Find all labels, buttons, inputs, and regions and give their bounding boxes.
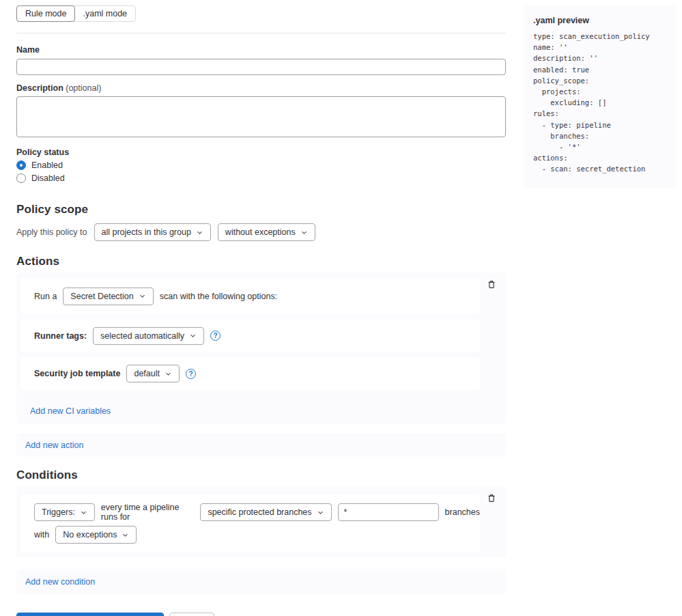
radio-enabled-circle[interactable] [16,160,26,170]
runner-tags-row: Runner tags: selected automatically ? [20,320,480,352]
chevron-down-icon [139,292,146,300]
description-label: Description (optional) [16,83,506,93]
radio-enabled[interactable]: Enabled [16,160,506,170]
add-condition-bar: Add new condition [16,569,506,594]
radio-disabled-label: Disabled [31,173,65,183]
with-text: with [34,530,49,540]
policy-editor: Rule mode .yaml mode Name Description (o… [16,0,506,616]
description-label-text: Description [16,83,63,93]
run-a-text: Run a [34,292,57,301]
policy-scope-row: Apply this policy to all projects in thi… [16,223,506,241]
job-template-dropdown[interactable]: default [126,365,180,382]
projects-scope-dropdown-value: all projects in this group [102,227,191,237]
yaml-preview-code: type: scan_execution_policy name: '' des… [533,31,667,175]
name-label: Name [16,45,506,55]
job-template-row: Security job template default ? [20,357,480,390]
condition-card: Triggers: every time a pipeline runs for… [16,486,506,557]
radio-disabled[interactable]: Disabled [16,173,506,183]
chevron-down-icon [196,229,203,236]
mode-toggle: Rule mode .yaml mode [16,5,136,22]
scan-type-dropdown[interactable]: Secret Detection [63,288,153,305]
branch-type-dropdown-value: specific protected branches [208,507,311,517]
branches-suffix-text: branches [445,507,480,517]
yaml-mode-button[interactable]: .yaml mode [74,5,136,22]
configure-merge-request-button[interactable]: Configure with a merge request [16,613,164,616]
scan-action-row: Run a Secret Detection scan with the fol… [20,278,480,314]
remove-condition-button[interactable] [485,493,498,505]
policy-status-label: Policy status [16,148,506,157]
chevron-down-icon [317,509,324,516]
description-textarea[interactable] [16,96,506,137]
add-action-link[interactable]: Add new action [25,440,83,450]
policy-scope-heading: Policy scope [16,203,506,216]
name-input[interactable] [16,59,506,75]
branch-type-dropdown[interactable]: specific protected branches [200,503,331,521]
divider [16,33,506,33]
exceptions-scope-dropdown[interactable]: without exceptions [218,223,315,241]
cancel-button[interactable]: Cancel [169,613,215,616]
condition-line-2: with No exceptions [34,526,480,544]
runner-tags-label: Runner tags: [34,331,87,341]
scan-options-text: scan with the following options: [160,292,277,301]
job-template-label: Security job template [34,369,120,378]
chevron-down-icon [300,229,308,236]
yaml-preview-panel: .yaml preview type: scan_execution_polic… [524,5,676,188]
pipeline-runs-text: every time a pipeline runs for [101,503,195,522]
exceptions-scope-dropdown-value: without exceptions [225,227,296,237]
runner-tags-dropdown-value: selected automatically [100,331,184,341]
chevron-down-icon [165,370,172,378]
radio-disabled-circle[interactable] [16,173,26,183]
trash-icon [487,493,496,505]
job-template-help-icon[interactable]: ? [186,369,196,379]
branch-name-input[interactable] [338,503,439,521]
branch-exceptions-dropdown[interactable]: No exceptions [55,526,137,544]
condition-line-1: Triggers: every time a pipeline runs for… [34,503,480,522]
add-condition-link[interactable]: Add new condition [25,577,95,587]
runner-tags-dropdown[interactable]: selected automatically [93,327,204,345]
triggers-dropdown-value: Triggers: [42,507,75,517]
branch-exceptions-dropdown-value: No exceptions [63,530,117,540]
add-action-bar: Add new action [16,433,506,457]
rule-mode-button[interactable]: Rule mode [16,5,75,22]
apply-policy-text: Apply this policy to [16,227,87,237]
chevron-down-icon [189,332,197,339]
triggers-dropdown[interactable]: Triggers: [34,503,95,521]
action-card: Run a Secret Detection scan with the fol… [16,272,506,424]
runner-tags-help-icon[interactable]: ? [210,331,221,341]
condition-content: Triggers: every time a pipeline runs for… [20,494,480,552]
job-template-dropdown-value: default [134,369,160,378]
add-ci-variables-link[interactable]: Add new CI variables [30,406,111,416]
trash-icon [487,279,496,292]
scan-type-dropdown-value: Secret Detection [70,292,133,301]
projects-scope-dropdown[interactable]: all projects in this group [94,223,211,241]
remove-action-button[interactable] [485,279,498,292]
radio-enabled-label: Enabled [31,160,63,170]
yaml-preview-title: .yaml preview [533,16,667,25]
description-optional-text: (optional) [66,83,101,93]
footer-actions: Configure with a merge request Cancel [16,613,506,616]
chevron-down-icon [80,509,87,516]
chevron-down-icon [122,531,129,539]
actions-heading: Actions [16,255,506,268]
conditions-heading: Conditions [16,468,506,482]
